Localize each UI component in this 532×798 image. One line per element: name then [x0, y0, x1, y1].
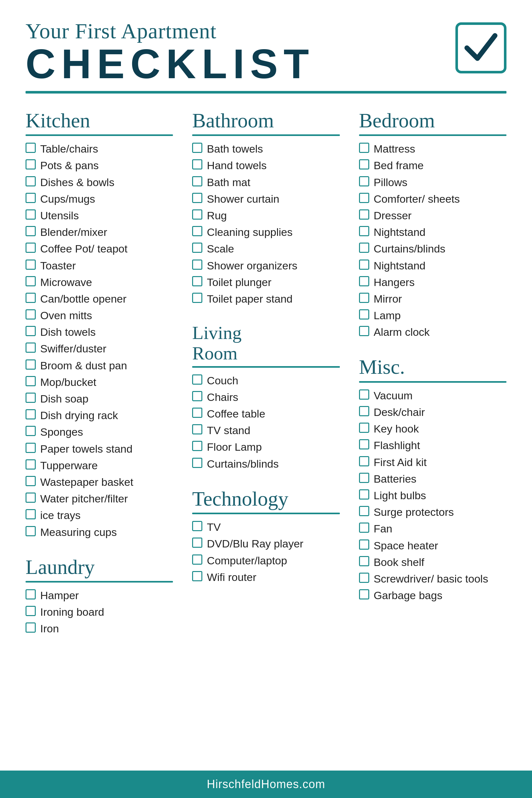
list-item[interactable]: Blender/mixer [25, 225, 173, 239]
checkbox[interactable] [359, 176, 369, 186]
checkbox[interactable] [359, 556, 369, 566]
checkbox[interactable] [192, 571, 202, 581]
checkbox[interactable] [25, 393, 36, 403]
list-item[interactable]: Book shelf [359, 555, 507, 569]
checkbox[interactable] [25, 193, 36, 203]
checkbox[interactable] [192, 554, 202, 565]
list-item[interactable]: Cleaning supplies [192, 225, 340, 239]
list-item[interactable]: Swiffer/duster [25, 342, 173, 356]
list-item[interactable]: Bath mat [192, 175, 340, 189]
list-item[interactable]: Cups/mugs [25, 192, 173, 206]
list-item[interactable]: Comforter/ sheets [359, 192, 507, 206]
list-item[interactable]: Oven mitts [25, 308, 173, 322]
list-item[interactable]: Scale [192, 242, 340, 256]
list-item[interactable]: Computer/laptop [192, 553, 340, 568]
list-item[interactable]: Dish towels [25, 325, 173, 339]
checkbox[interactable] [25, 143, 36, 153]
checkbox[interactable] [359, 193, 369, 203]
checkbox[interactable] [25, 476, 36, 486]
list-item[interactable]: Utensils [25, 208, 173, 223]
list-item[interactable]: Microwave [25, 275, 173, 289]
list-item[interactable]: Space heater [359, 538, 507, 553]
checkbox[interactable] [359, 326, 369, 336]
checkbox[interactable] [25, 376, 36, 386]
checkbox[interactable] [25, 209, 36, 220]
list-item[interactable]: Bath towels [192, 142, 340, 156]
list-item[interactable]: Toilet plunger [192, 275, 340, 289]
checkbox[interactable] [25, 176, 36, 186]
list-item[interactable]: Mattress [359, 142, 507, 156]
checkbox[interactable] [192, 375, 202, 385]
checkbox[interactable] [192, 193, 202, 203]
checkbox[interactable] [359, 243, 369, 253]
list-item[interactable]: Dresser [359, 208, 507, 223]
checkbox[interactable] [192, 293, 202, 303]
list-item[interactable]: Curtains/blinds [359, 242, 507, 256]
list-item[interactable]: Iron [25, 622, 173, 635]
list-item[interactable]: Wastepaper basket [25, 475, 173, 489]
list-item[interactable]: Pillows [359, 175, 507, 189]
list-item[interactable]: Table/chairs [25, 142, 173, 156]
checkbox[interactable] [25, 359, 36, 369]
checkbox[interactable] [359, 226, 369, 236]
list-item[interactable]: Mop/bucket [25, 375, 173, 389]
list-item[interactable]: Bed frame [359, 158, 507, 172]
list-item[interactable]: Light bulbs [359, 488, 507, 502]
checkbox[interactable] [359, 456, 369, 467]
list-item[interactable]: Dish soap [25, 392, 173, 406]
checkbox[interactable] [192, 424, 202, 434]
checkbox[interactable] [25, 409, 36, 419]
list-item[interactable]: DVD/Blu Ray player [192, 536, 340, 551]
checkbox[interactable] [25, 342, 36, 353]
list-item[interactable]: Shower organizers [192, 259, 340, 272]
checkbox[interactable] [25, 493, 36, 503]
checkbox[interactable] [25, 276, 36, 286]
checkbox[interactable] [25, 309, 36, 320]
list-item[interactable]: Coffee Pot/ teapot [25, 242, 173, 256]
checkbox[interactable] [359, 309, 369, 320]
checkbox[interactable] [192, 143, 202, 153]
list-item[interactable]: Water pitcher/filter [25, 492, 173, 506]
checkbox[interactable] [359, 573, 369, 583]
list-item[interactable]: Paper towels stand [25, 442, 173, 456]
checkbox[interactable] [359, 589, 369, 600]
list-item[interactable]: Surge protectors [359, 505, 507, 519]
checkbox[interactable] [25, 606, 36, 616]
list-item[interactable]: Garbage bags [359, 588, 507, 602]
list-item[interactable]: Nightstand [359, 259, 507, 272]
checkbox[interactable] [359, 293, 369, 303]
list-item[interactable]: Curtains/blinds [192, 457, 340, 471]
list-item[interactable]: Lamp [359, 308, 507, 322]
checkbox[interactable] [192, 537, 202, 548]
list-item[interactable]: Vacuum [359, 388, 507, 402]
list-item[interactable]: Screwdriver/ basic tools [359, 572, 507, 586]
list-item[interactable]: Hangers [359, 275, 507, 289]
list-item[interactable]: Chairs [192, 390, 340, 404]
checkbox[interactable] [25, 260, 36, 270]
checkbox[interactable] [192, 458, 202, 468]
list-item[interactable]: ice trays [25, 508, 173, 522]
checkbox[interactable] [192, 407, 202, 418]
checkbox[interactable] [25, 623, 36, 633]
list-item[interactable]: Hamper [25, 588, 173, 602]
checkbox[interactable] [359, 439, 369, 450]
checkbox[interactable] [359, 159, 369, 170]
list-item[interactable]: Nightstand [359, 225, 507, 239]
checkbox[interactable] [192, 276, 202, 286]
list-item[interactable]: Shower curtain [192, 192, 340, 206]
list-item[interactable]: First Aid kit [359, 455, 507, 469]
list-item[interactable]: Desk/chair [359, 405, 507, 419]
list-item[interactable]: Rug [192, 208, 340, 223]
list-item[interactable]: TV stand [192, 423, 340, 437]
checkbox[interactable] [192, 243, 202, 253]
list-item[interactable]: Tupperware [25, 458, 173, 472]
checkbox[interactable] [25, 243, 36, 253]
checkbox[interactable] [192, 260, 202, 270]
checkbox[interactable] [25, 226, 36, 236]
checkbox[interactable] [192, 441, 202, 451]
checkbox[interactable] [25, 589, 36, 600]
checkbox[interactable] [25, 159, 36, 170]
checkbox[interactable] [192, 226, 202, 236]
checkbox[interactable] [359, 143, 369, 153]
list-item[interactable]: Toilet paper stand [192, 292, 340, 306]
